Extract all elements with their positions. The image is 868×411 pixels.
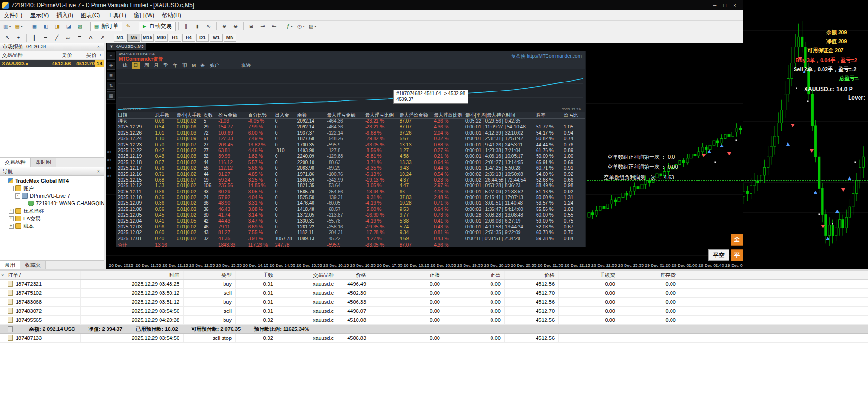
timeframe-M15[interactable]: M15 xyxy=(141,34,154,42)
stat-row[interactable]: 合计13.161843.33117.26 %247.78-595.9-33.05… xyxy=(118,242,585,247)
stat-row[interactable]: 2025.12.030.960.01|0.024679.116.69 %0126… xyxy=(118,224,585,230)
crosshair-tool[interactable]: + xyxy=(13,33,24,42)
line-chart-button[interactable]: ∿ xyxy=(204,22,214,31)
commander-tab-币[interactable]: 币 xyxy=(182,62,187,69)
trendline-tool[interactable]: ╱ xyxy=(52,33,62,42)
terminal-close-icon[interactable]: × xyxy=(1,273,4,278)
order-row[interactable]: 1874955652025.12.29 04:20:38buy0.02xauus… xyxy=(0,316,868,325)
plus-icon[interactable]: ✚ xyxy=(107,62,115,70)
nav-item-技术指标[interactable]: +技术指标 xyxy=(0,207,104,215)
metaeditor-button[interactable]: ✎ xyxy=(123,22,134,31)
expand-icon[interactable]: + xyxy=(9,209,14,214)
timeframe-D1[interactable]: D1 xyxy=(196,34,209,42)
navigator-toggle[interactable]: ◨ xyxy=(52,22,63,31)
order-row[interactable]: 1874830722025.12.29 03:54:50sell0.01xauu… xyxy=(0,307,868,316)
commander-tab-综[interactable]: 综 xyxy=(123,62,127,69)
stat-row[interactable]: 2025.12.040.410.01|0.054244.433.47 %0133… xyxy=(118,219,585,224)
stat-row[interactable]: 2025.12.261.010.01|0.0372109.696.00 %019… xyxy=(118,130,585,136)
stat-row[interactable]: 2025.12.010.400.01|0.023241.353.91 %1057… xyxy=(118,236,585,242)
close-short-button[interactable]: 平空 xyxy=(708,249,729,261)
periods-button[interactable]: ◷▾ xyxy=(296,22,306,31)
stat-row[interactable]: 2025.12.020.600.01|0.024381.277.55 %0118… xyxy=(118,230,585,236)
stat-row[interactable]: 2025.12.090.360.01|0.023648.903.31 %0147… xyxy=(118,201,585,206)
close-button[interactable]: × xyxy=(730,1,740,9)
chart-shift-toggle[interactable]: ⇤ xyxy=(269,22,279,31)
timeframe-H4[interactable]: H4 xyxy=(182,34,195,42)
nav-item-7219140: WANG CHANGQIN[interactable]: 7219140: WANG CHANGQIN xyxy=(0,200,104,207)
stat-row[interactable]: 2025.12.050.450.01|0.023041.743.14 %0137… xyxy=(118,212,585,218)
arrows-icon[interactable]: ⇅ xyxy=(107,82,115,90)
timeframe-MN[interactable]: MN xyxy=(224,34,236,42)
expand-icon[interactable]: + xyxy=(9,216,14,221)
close-all-button[interactable]: 全 xyxy=(731,234,743,246)
list-icon[interactable]: ≣ xyxy=(107,72,115,80)
collapse-icon[interactable]: - xyxy=(9,186,14,191)
navigator-close-icon[interactable]: × xyxy=(95,169,102,174)
bar-chart-button[interactable]: ∥ xyxy=(181,22,191,31)
nav-item-TradeMax Global MT4[interactable]: TradeMax Global MT4 xyxy=(0,177,104,184)
order-row[interactable]: 1874751022025.12.29 03:50:12sell0.01xauu… xyxy=(0,289,868,298)
order-row[interactable]: 1874871332025.12.29 03:54:50sell stop0.0… xyxy=(0,334,868,343)
nav-item-DPrimeVU-Live 7[interactable]: -DPrimeVU-Live 7 xyxy=(0,192,104,200)
chart-window-tab[interactable]: ▼ XAUUSD.c.M5 xyxy=(107,43,146,50)
stat-row[interactable]: 2025.12.160.710.01|0.024491.274.85 %0197… xyxy=(118,172,585,177)
nav-item-EA交易[interactable]: +EA交易 xyxy=(0,215,104,222)
data-window-toggle[interactable]: ◧ xyxy=(41,22,51,31)
timeframe-W1[interactable]: W1 xyxy=(210,34,223,42)
new-chart-button[interactable]: ▥▾ xyxy=(2,22,12,31)
stat-row[interactable]: 2025.12.170.760.01|0.0256112.125.66 %020… xyxy=(118,165,585,171)
timeframe-M30[interactable]: M30 xyxy=(155,34,168,42)
cursor-tool[interactable]: ↖ xyxy=(2,33,12,42)
menu-item-插入(I)[interactable]: 插入(I) xyxy=(53,11,77,19)
templates-button[interactable]: ▨▾ xyxy=(307,22,318,31)
collapse-icon[interactable]: - xyxy=(15,193,20,199)
stat-row[interactable]: 2025.12.180.570.01|0.0244116.125.57 %022… xyxy=(118,160,585,165)
stat-row[interactable]: 2025.12.080.560.01|0.023646.433.08 %0141… xyxy=(118,207,585,212)
chart-canvas[interactable]: ▼ XAUUSD.c.M5 +✚≣⇅▦ 平空 全 平 26 Dec 202526… xyxy=(106,43,743,269)
commander-tab-周[interactable]: 周 xyxy=(144,62,149,69)
stat-row[interactable]: 2025.12.290.540.01|0.0629154.777.99 %020… xyxy=(118,124,585,130)
tab-收藏夹[interactable]: 收藏夹 xyxy=(20,261,46,270)
stat-row[interactable]: 2025.12.230.700.01|0.0727206.4513.82 %01… xyxy=(118,142,585,148)
menu-item-帮助(H)[interactable]: 帮助(H) xyxy=(158,11,185,19)
channel-tool[interactable]: ▱ xyxy=(63,33,73,42)
tab-即时图[interactable]: 即时图 xyxy=(31,158,56,167)
terminal-toggle[interactable]: ◪ xyxy=(63,22,74,31)
stat-row[interactable]: 2025.12.220.420.01|0.022763.814.46 %-810… xyxy=(118,148,585,154)
autotrading-button[interactable]: ▶自动交易 xyxy=(139,22,175,31)
commander-tab-M[interactable]: M xyxy=(192,63,196,68)
stat-row[interactable]: 2025.12.150.680.01|0.071959.243.25 %0188… xyxy=(118,177,585,183)
market-watch-row-xauusd[interactable]: XAUUSD.c 4512.56 4512.70 14 xyxy=(0,60,104,67)
commander-tab-备[interactable]: 备 xyxy=(200,62,205,69)
indicators-button[interactable]: ƒ▾ xyxy=(285,22,295,31)
stat-row[interactable]: 2025.12.241.100.01|0.0961127.337.49 %018… xyxy=(118,136,585,142)
stat-row[interactable]: 持仓0.060.01|0.025-1.03-0.05 %02092.14-464… xyxy=(118,119,585,124)
zoom-out-button[interactable]: ⊖ xyxy=(231,22,241,31)
market-watch-toggle[interactable]: ▦ xyxy=(29,22,40,31)
crosshair-icon[interactable]: + xyxy=(107,52,115,60)
nav-item-脚本[interactable]: +脚本 xyxy=(0,222,104,230)
text-tool[interactable]: A xyxy=(86,33,96,42)
menu-item-工具(T)[interactable]: 工具(T) xyxy=(104,11,130,19)
tab-交易品种[interactable]: 交易品种 xyxy=(0,158,31,167)
stat-row[interactable]: 2025.12.110.860.01|0.024360.293.95 %0158… xyxy=(118,189,585,195)
minimize-button[interactable]: ─ xyxy=(710,1,720,9)
fibonacci-tool[interactable]: ≣ xyxy=(74,33,85,42)
menu-item-显示(V)[interactable]: 显示(V) xyxy=(26,11,53,19)
timeframe-M1[interactable]: M1 xyxy=(114,34,126,42)
menu-item-窗口(W)[interactable]: 窗口(W) xyxy=(130,11,158,19)
flatten-button[interactable]: 平 xyxy=(731,249,743,261)
stat-row[interactable]: 2025.12.100.360.01|0.022457.924.04 %0152… xyxy=(118,195,585,201)
maximize-button[interactable]: □ xyxy=(720,1,730,9)
arrows-tool[interactable]: ↗ xyxy=(97,33,107,42)
stat-row[interactable]: 2025.12.190.430.01|0.033239.991.82 %0224… xyxy=(118,154,585,159)
commander-tab-月[interactable]: 月 xyxy=(154,62,159,69)
timeframe-M5[interactable]: M5 xyxy=(127,34,140,42)
menu-item-文件(F)[interactable]: 文件(F) xyxy=(0,11,26,19)
market-watch-close-icon[interactable]: × xyxy=(95,44,102,49)
zoom-in-button[interactable]: ⊕ xyxy=(219,22,230,31)
secondary-chart[interactable]: 余额 209净值 209可用保证金 207Buy 3单，0.04手，盈亏=2Se… xyxy=(743,0,868,269)
tab-常用[interactable]: 常用 xyxy=(0,261,20,270)
grid-icon[interactable]: ▦ xyxy=(107,91,115,100)
profiles-button[interactable]: ▤▾ xyxy=(13,22,24,31)
